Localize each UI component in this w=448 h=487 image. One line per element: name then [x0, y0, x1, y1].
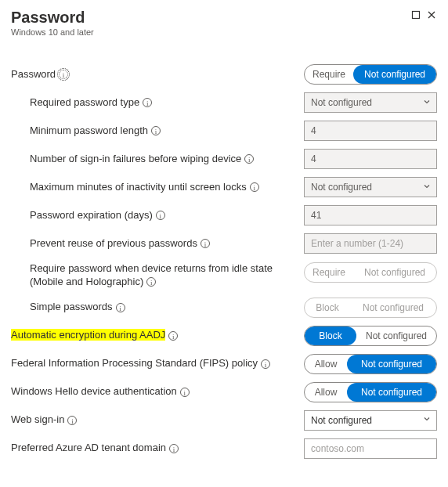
info-icon[interactable]: i [143, 98, 152, 107]
row-required-type: Required password typei Not configured [11, 88, 437, 117]
maximize-icon[interactable] [410, 9, 421, 20]
label-simple-passwords: Simple passwords [30, 301, 113, 312]
close-icon[interactable] [426, 9, 437, 20]
toggle-option-not-configured[interactable]: Not configured [347, 355, 436, 373]
row-windows-hello: Windows Hello device authenticationi All… [11, 378, 437, 406]
info-icon[interactable]: i [169, 444, 179, 453]
row-failures-wipe: Number of sign-in failures before wiping… [11, 145, 437, 173]
toggle-option-not-configured: Not configured [353, 263, 436, 282]
svg-rect-0 [413, 12, 420, 19]
header: Password Windows 10 and later [11, 8, 437, 37]
label-expiration: Password expiration (days) [30, 209, 153, 221]
info-icon[interactable]: i [67, 416, 77, 425]
input-failures-wipe [304, 149, 437, 169]
row-fips: Federal Information Processing Standard … [11, 350, 437, 378]
info-icon[interactable]: i [146, 277, 156, 287]
row-auto-encryption: Automatic encryption during AADJi Block … [11, 322, 437, 350]
row-prevent-reuse: Prevent reuse of previous passwordsi [11, 229, 437, 258]
label-password: Password [11, 68, 56, 80]
toggle-option-not-configured[interactable]: Not configured [356, 326, 436, 345]
page-title: Password [11, 8, 410, 27]
toggle-password[interactable]: Require Not configured [304, 64, 437, 85]
label-prevent-reuse: Prevent reuse of previous passwords [30, 237, 197, 249]
label-fips: Federal Information Processing Standard … [11, 357, 258, 369]
label-auto-encryption: Automatic encryption during AADJ [11, 329, 165, 341]
toggle-idle-return: Require Not configured [304, 262, 437, 283]
toggle-option-allow[interactable]: Allow [305, 355, 347, 373]
toggle-fips[interactable]: Allow Not configured [304, 354, 437, 374]
row-min-length: Minimum password lengthi [11, 117, 437, 145]
toggle-option-not-configured[interactable]: Not configured [353, 65, 436, 84]
info-icon[interactable]: i [201, 239, 210, 248]
label-failures: Number of sign-in failures before wiping… [30, 153, 241, 164]
select-inactivity: Not configured [304, 177, 437, 197]
label-required-type: Required password type [30, 96, 139, 108]
toggle-windows-hello[interactable]: Allow Not configured [304, 382, 437, 402]
toggle-option-require[interactable]: Require [305, 65, 353, 84]
input-tenant-domain[interactable] [304, 438, 437, 459]
input-min-length [304, 121, 437, 141]
label-min-length: Minimum password length [30, 124, 148, 136]
row-simple-passwords: Simple passwordsi Block Not configured [11, 294, 437, 322]
select-required-type: Not configured [304, 92, 437, 113]
row-inactivity: Maximum minutes of inactivity until scre… [11, 173, 437, 201]
label-tenant-domain: Preferred Azure AD tenant domain [11, 442, 166, 453]
select-web-signin[interactable]: Not configured [304, 410, 437, 431]
toggle-simple-passwords: Block Not configured [304, 298, 437, 318]
input-prevent-reuse [304, 233, 437, 254]
info-icon[interactable]: i [250, 182, 259, 192]
toggle-option-allow[interactable]: Allow [305, 383, 347, 402]
info-icon[interactable]: i [156, 211, 165, 220]
page-subtitle: Windows 10 and later [11, 27, 410, 37]
toggle-auto-encryption[interactable]: Block Not configured [304, 326, 437, 346]
info-icon[interactable]: i [261, 359, 270, 369]
info-icon[interactable]: i [180, 388, 190, 397]
row-expiration: Password expiration (days)i [11, 201, 437, 229]
label-inactivity: Maximum minutes of inactivity until scre… [30, 181, 247, 193]
toggle-option-block[interactable]: Block [305, 326, 356, 345]
info-icon[interactable]: i [168, 331, 178, 341]
info-icon[interactable]: i [151, 126, 161, 135]
row-web-signin: Web sign-ini Not configured [11, 406, 437, 435]
info-icon[interactable]: i [244, 154, 254, 164]
toggle-option-require: Require [305, 263, 353, 282]
input-expiration [304, 205, 437, 225]
info-icon[interactable]: i [116, 303, 125, 312]
row-idle-return: Require password when device returns fro… [11, 258, 437, 294]
label-web-signin: Web sign-in [11, 413, 64, 425]
chevron-down-icon [422, 414, 432, 426]
chevron-down-icon [422, 97, 432, 109]
toggle-option-not-configured: Not configured [350, 298, 436, 317]
toggle-option-block: Block [305, 298, 350, 317]
label-windows-hello: Windows Hello device authentication [11, 385, 177, 397]
chevron-down-icon [422, 182, 432, 193]
row-tenant-domain: Preferred Azure AD tenant domaini [11, 435, 437, 463]
toggle-option-not-configured[interactable]: Not configured [347, 383, 436, 402]
info-icon[interactable]: i [59, 70, 68, 79]
row-password: Passwordi Require Not configured [11, 60, 437, 88]
settings-list: Passwordi Require Not configured Require… [11, 60, 437, 463]
